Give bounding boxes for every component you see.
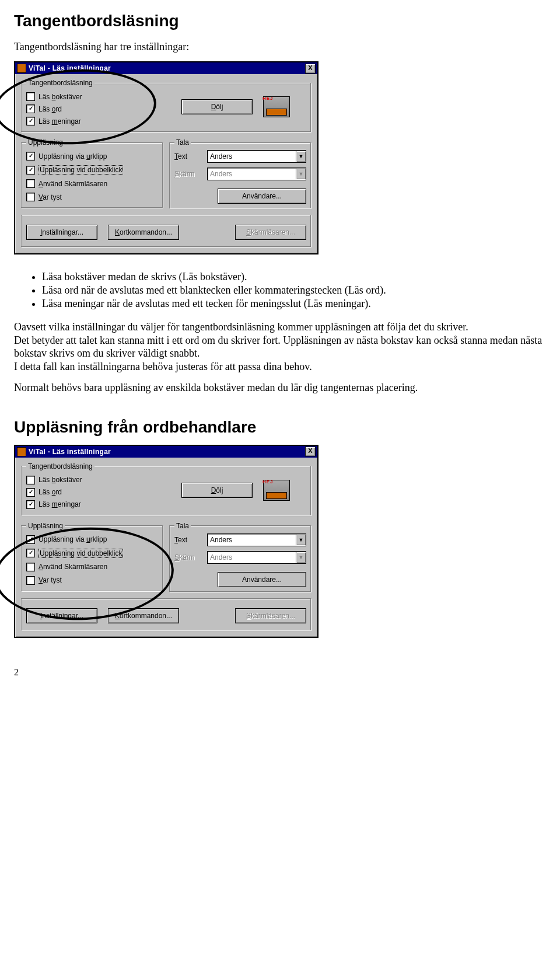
checkbox-label: Läs meningar	[38, 117, 81, 125]
checkbox-label: Läs ord	[38, 488, 62, 496]
chevron-down-icon[interactable]: ▼	[296, 151, 306, 162]
skarmlasaren-button: Skärmläsaren...	[235, 225, 306, 240]
group-tangentbordslasning: Tangentbordsläsning Läs bokstäver ✓ Läs …	[21, 79, 312, 132]
checkbox-las-meningar[interactable]: ✓ Läs meningar	[26, 500, 166, 509]
page-number: 2	[14, 667, 546, 678]
checkbox-las-bokstaver[interactable]: Läs bokstäver	[26, 476, 166, 484]
checkbox-label: Var tyst	[38, 193, 62, 201]
combo-text[interactable]: Anders ▼	[207, 533, 306, 546]
checkbox-var-tyst[interactable]: Var tyst	[26, 193, 158, 201]
checkbox-las-ord[interactable]: ✓ Läs ord	[26, 488, 166, 497]
chevron-down-icon: ▼	[296, 552, 306, 563]
body-paragraph: Normalt behövs bara uppläsning av enskil…	[14, 381, 546, 395]
group-legend: Tangentbordsläsning	[26, 79, 94, 87]
bottom-button-group: Inställningar... Kortkommandon... Skärml…	[21, 598, 312, 631]
anvandare-button[interactable]: Användare...	[218, 572, 306, 587]
checkbox-las-bokstaver[interactable]: Läs bokstäver	[26, 92, 166, 101]
checkbox-upplasning-dubbelklick[interactable]: ✓ Uppläsning vid dubbelklick	[26, 549, 158, 558]
heading-tangentbordslasning: Tangentbordsläsning	[14, 12, 546, 30]
hej-icon	[263, 480, 290, 501]
combo-text[interactable]: Anders ▼	[207, 150, 306, 163]
combo-value: Anders	[208, 152, 296, 161]
label-text: Text	[174, 536, 204, 544]
label-text: Text	[174, 152, 204, 161]
installningar-button[interactable]: Inställningar...	[26, 225, 97, 240]
checkbox-icon: ✓	[26, 117, 35, 125]
checkbox-label: Var tyst	[38, 576, 62, 584]
list-item: Läsa bokstäver medan de skrivs (Läs boks…	[42, 271, 546, 283]
checkbox-icon	[26, 193, 35, 201]
group-legend: Tala	[174, 138, 191, 147]
checkbox-label: Använd Skärmläsaren	[38, 180, 107, 188]
intro-paragraph: Tangentbordsläsning har tre inställninga…	[14, 41, 546, 53]
dolj-button[interactable]: Dölj	[181, 483, 253, 498]
checkbox-var-tyst[interactable]: Var tyst	[26, 576, 158, 585]
checkbox-upplasning-urklipp[interactable]: ✓ Uppläsning via urklipp	[26, 535, 158, 544]
group-upplasning: Uppläsning ✓ Uppläsning via urklipp ✓ Up…	[21, 522, 163, 592]
close-icon[interactable]: X	[305, 447, 316, 456]
kortkommandon-button[interactable]: Kortkommandon...	[108, 608, 179, 623]
combo-value: Anders	[208, 170, 296, 178]
checkbox-icon	[26, 179, 35, 188]
installningar-button[interactable]: Inställningar...	[26, 608, 97, 623]
checkbox-upplasning-urklipp[interactable]: ✓ Uppläsning via urklipp	[26, 152, 158, 161]
group-legend: Tangentbordsläsning	[26, 462, 94, 470]
checkbox-icon: ✓	[26, 500, 35, 509]
app-icon	[17, 447, 26, 456]
window-title: ViTal - Läs inställningar	[29, 64, 305, 72]
combo-value: Anders	[208, 536, 296, 544]
screenshot-2: ViTal - Läs inställningar X Tangentbords…	[14, 445, 546, 638]
label-skarm: Skärm	[174, 170, 204, 178]
group-legend: Tala	[174, 522, 191, 530]
kortkommandon-button[interactable]: Kortkommandon...	[108, 225, 179, 240]
checkbox-icon: ✓	[26, 152, 35, 161]
checkbox-upplasning-dubbelklick[interactable]: ✓ Uppläsning vid dubbelklick	[26, 165, 158, 175]
anvandare-button[interactable]: Användare...	[218, 189, 306, 204]
hej-icon	[263, 96, 290, 117]
checkbox-label: Uppläsning vid dubbelklick	[38, 549, 123, 558]
checkbox-las-ord[interactable]: ✓ Läs ord	[26, 104, 166, 113]
group-tala: Tala Text Anders ▼ Skärm Anders ▼	[169, 522, 312, 592]
checkbox-anvand-skarmlasaren[interactable]: Använd Skärmläsaren	[26, 563, 158, 571]
checkbox-label: Läs bokstäver	[38, 93, 82, 101]
checkbox-label: Läs bokstäver	[38, 476, 82, 484]
checkbox-icon	[26, 563, 35, 571]
bullet-list: Läsa bokstäver medan de skrivs (Läs boks…	[14, 271, 546, 310]
checkbox-icon: ✓	[26, 535, 35, 544]
dolj-button[interactable]: Dölj	[181, 99, 253, 114]
screenshot-1: ViTal - Läs inställningar X Tangentbords…	[14, 61, 546, 254]
combo-value: Anders	[208, 553, 296, 562]
window-title: ViTal - Läs inställningar	[29, 448, 305, 456]
heading-upplasning-ordbehandlare: Uppläsning från ordbehandlare	[14, 418, 546, 437]
chevron-down-icon[interactable]: ▼	[296, 535, 306, 545]
dialog-vital-2: ViTal - Läs inställningar X Tangentbords…	[14, 445, 318, 638]
group-legend: Uppläsning	[26, 138, 65, 147]
checkbox-icon	[26, 92, 35, 101]
titlebar[interactable]: ViTal - Läs inställningar X	[15, 446, 317, 458]
checkbox-label: Uppläsning via urklipp	[38, 535, 107, 543]
checkbox-icon: ✓	[26, 104, 35, 113]
checkbox-label: Uppläsning vid dubbelklick	[38, 165, 123, 175]
group-legend: Uppläsning	[26, 522, 65, 530]
group-tangentbordslasning: Tangentbordsläsning Läs bokstäver ✓ Läs …	[21, 462, 312, 516]
checkbox-label: Läs meningar	[38, 500, 81, 508]
body-paragraph: Oavsett vilka inställningar du väljer fö…	[14, 320, 546, 373]
skarmlasaren-button: Skärmläsaren...	[235, 608, 306, 623]
checkbox-icon	[26, 576, 35, 585]
combo-skarm: Anders ▼	[207, 168, 306, 180]
checkbox-anvand-skarmlasaren[interactable]: Använd Skärmläsaren	[26, 179, 158, 188]
checkbox-icon: ✓	[26, 488, 35, 497]
titlebar[interactable]: ViTal - Läs inställningar X	[15, 62, 317, 74]
checkbox-icon: ✓	[26, 166, 35, 175]
group-upplasning: Uppläsning ✓ Uppläsning via urklipp ✓ Up…	[21, 138, 163, 208]
checkbox-las-meningar[interactable]: ✓ Läs meningar	[26, 117, 166, 125]
list-item: Läsa meningar när de avslutas med ett te…	[42, 298, 546, 310]
bottom-button-group: Inställningar... Kortkommandon... Skärml…	[21, 215, 312, 247]
checkbox-label: Använd Skärmläsaren	[38, 563, 107, 571]
checkbox-label: Uppläsning via urklipp	[38, 152, 107, 161]
chevron-down-icon: ▼	[296, 169, 306, 179]
combo-skarm: Anders ▼	[207, 551, 306, 564]
dialog-vital-1: ViTal - Läs inställningar X Tangentbords…	[14, 61, 318, 254]
checkbox-icon: ✓	[26, 549, 35, 557]
close-icon[interactable]: X	[305, 64, 316, 74]
